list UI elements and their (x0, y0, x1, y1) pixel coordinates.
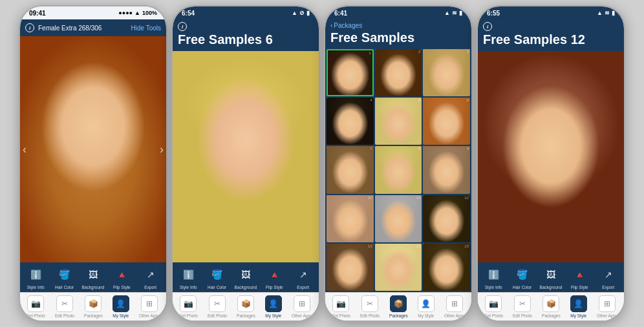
cell-num-14: 14 (416, 244, 421, 248)
style-info-tool-2[interactable]: ℹ️ Style Info (177, 266, 200, 290)
hide-tools-button[interactable]: Hide Tools (131, 25, 161, 32)
grid-cell-8[interactable]: 8 (375, 146, 422, 193)
signal-icon-2: ▲ (292, 10, 297, 16)
hair-color-label-2: Hair Color (208, 285, 226, 290)
export-label-4: Export (602, 285, 614, 290)
flip-style-tool-2[interactable]: 🔺 Flip Style (263, 266, 286, 290)
grid-cell-2[interactable]: 2 (375, 49, 422, 96)
wifi-icon-2: ⊘ (299, 10, 305, 16)
packages-tab-1[interactable]: 📦 Packages (84, 295, 103, 318)
phone-4: 6:55 ▲ ≋ ▮ i Free Samples 12 ℹ️ Style In… (477, 5, 625, 322)
edit-photo-icon-1: ✂ (56, 295, 73, 312)
style-info-tool-4[interactable]: ℹ️ Style Info (482, 266, 505, 290)
packages-icon-3: 📦 (390, 295, 407, 312)
get-photo-label-4: Get Photo (484, 313, 503, 318)
edit-photo-tab-2[interactable]: ✂ Edit Photo (208, 295, 227, 318)
screen3: 6:41 ▲ ≋ ▮ ‹ Packages Free Samples 1 (325, 6, 471, 321)
nav-arrow-right[interactable]: › (160, 143, 164, 156)
grid-cell-9[interactable]: 9 (423, 146, 470, 193)
my-style-tab-3[interactable]: 👤 My Style (418, 295, 435, 318)
grid-cell-14[interactable]: 14 (375, 244, 422, 291)
export-tool-4[interactable]: ↗ Export (597, 266, 620, 290)
flip-style-tool-4[interactable]: 🔺 Flip Style (568, 266, 591, 290)
get-photo-tab-1[interactable]: 📷 Get Photo (27, 295, 45, 318)
background-icon-2: 🖼 (237, 266, 255, 284)
style-info-icon-4: ℹ️ (484, 266, 502, 284)
got-photo-tab-3[interactable]: 📷 Got Photo (332, 295, 350, 318)
info-icon-1[interactable]: i (25, 23, 34, 32)
background-icon: 🖼 (84, 266, 102, 284)
flip-style-icon: 🔺 (113, 266, 131, 284)
packages-tab-2[interactable]: 📦 Packages (237, 295, 255, 318)
hair-color-tool-2[interactable]: 🪣 Hair Color (206, 266, 229, 290)
my-style-icon-3: 👤 (418, 295, 435, 312)
grid-cell-4[interactable]: 4 (327, 98, 374, 145)
edit-photo-tab-3[interactable]: ✂ Edit Photo (360, 295, 380, 318)
edit-photo-tab-1[interactable]: ✂ Edit Photo (55, 295, 74, 318)
packages-label-1: Packages (84, 313, 103, 318)
cell-photo-14 (375, 244, 422, 291)
grid-cell-5[interactable]: 5 (375, 98, 422, 145)
status-icons-1: ●●●● ▲ 100% (118, 10, 157, 16)
other-apps-tab-2[interactable]: ⊞ Other Apps (292, 295, 313, 318)
get-photo-icon-4: 📷 (485, 295, 502, 312)
photo-bg-2 (173, 51, 319, 262)
top-toolbar-4: ℹ️ Style Info 🪣 Hair Color 🖼 Background … (478, 262, 624, 292)
cell-num-13: 13 (368, 244, 372, 248)
cell-photo-9 (423, 146, 470, 193)
time-4: 6:55 (487, 10, 500, 17)
hair-color-icon-4: 🪣 (513, 266, 531, 284)
info-icon-2[interactable]: i (178, 22, 187, 31)
grid-cell-11[interactable]: 11 (375, 195, 422, 242)
export-tool-2[interactable]: ↗ Export (292, 266, 315, 290)
my-style-tab-4[interactable]: 👤 My Style (570, 295, 587, 318)
grid-cell-6[interactable]: 6 (423, 98, 470, 145)
get-photo-label-1: Get Photo (27, 313, 45, 318)
style-info-tool[interactable]: ℹ️ Style Info (24, 266, 47, 290)
grid-cell-7[interactable]: 7 (327, 146, 374, 193)
other-apps-tab-3[interactable]: ⊞ Other Apps (444, 295, 466, 318)
grid-cell-1[interactable]: 1 (327, 49, 374, 96)
other-apps-tab-4[interactable]: ⊞ Other Apps (597, 295, 618, 318)
my-style-label-3: My Style (418, 313, 434, 318)
edit-photo-tab-4[interactable]: ✂ Edit Photo (513, 295, 532, 318)
cell-num-15: 15 (464, 244, 469, 248)
bottom-bar-1: 📷 Get Photo ✂ Edit Photo 📦 Packages 👤 My… (20, 292, 166, 321)
get-photo-tab-4[interactable]: 📷 Get Photo (484, 295, 503, 318)
grid-cell-12[interactable]: 12 (423, 195, 470, 242)
flip-style-tool[interactable]: 🔺 Flip Style (110, 266, 133, 290)
other-apps-tab-1[interactable]: ⊞ Other Apps (139, 295, 160, 318)
hair-photo-2 (173, 51, 319, 262)
other-apps-label-4: Other Apps (597, 313, 618, 318)
battery-icon-1: 100% (142, 10, 157, 16)
grid-cell-13[interactable]: 13 (327, 244, 374, 291)
background-tool-4[interactable]: 🖼 Background (539, 266, 563, 290)
background-tool-2[interactable]: 🖼 Background (234, 266, 257, 290)
packages-tab-3[interactable]: 📦 Packages (389, 295, 408, 318)
cell-num-1: 1 (369, 51, 370, 55)
packages-tab-4[interactable]: 📦 Packages (542, 295, 561, 318)
main-photo-area: ‹ › (20, 36, 166, 262)
grid-cell-10[interactable]: 10 (327, 195, 374, 242)
hair-color-tool-4[interactable]: 🪣 Hair Color (511, 266, 534, 290)
get-photo-tab-2[interactable]: 📷 Get Photo (179, 295, 198, 318)
cell-num-12: 12 (464, 196, 469, 200)
got-photo-icon-3: 📷 (332, 295, 349, 312)
my-style-tab-2[interactable]: 👤 My Style (265, 295, 282, 318)
hair-color-tool[interactable]: 🪣 Hair Color (53, 266, 76, 290)
photo-bg-4 (478, 51, 624, 262)
battery-icon-3: ▮ (459, 10, 462, 16)
export-tool[interactable]: ↗ Export (139, 266, 162, 290)
cell-photo-1 (328, 50, 372, 95)
background-tool[interactable]: 🖼 Background (81, 266, 105, 290)
status-icons-4: ▲ ≋ ▮ (597, 10, 615, 16)
style-info-label-2: Style Info (180, 285, 197, 290)
my-style-tab-1[interactable]: 👤 My Style (113, 295, 129, 318)
grid-cell-3[interactable]: 3 (423, 49, 470, 96)
grid-cell-15[interactable]: 15 (423, 244, 470, 291)
info-icon-4[interactable]: i (483, 22, 492, 31)
phone-2: 6:54 ▲ ⊘ ▮ i Free Samples 6 ℹ️ Style Inf… (171, 5, 320, 322)
my-style-icon-4: 👤 (570, 295, 587, 312)
back-nav[interactable]: ‹ Packages (330, 22, 466, 29)
nav-arrow-left[interactable]: ‹ (23, 143, 27, 156)
